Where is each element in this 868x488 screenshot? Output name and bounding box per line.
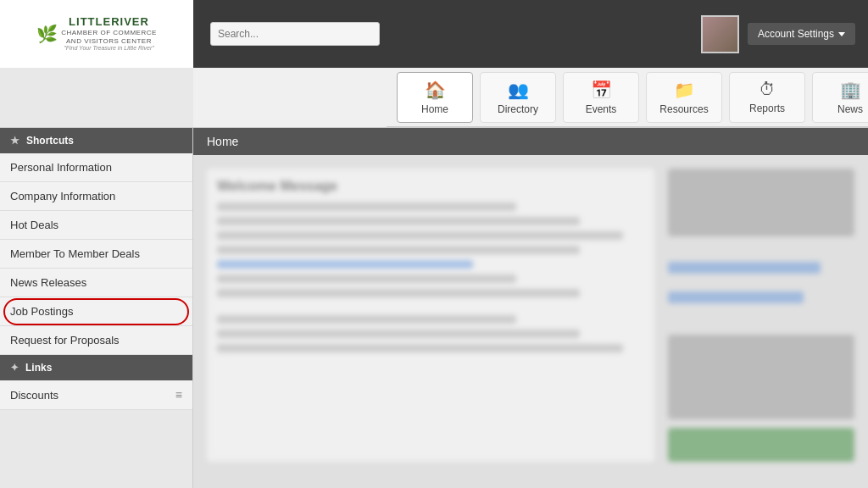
sidebar-section-shortcuts: ★Shortcuts: [0, 128, 192, 153]
para-break: [217, 303, 644, 315]
tab-directory[interactable]: 👥Directory: [480, 72, 556, 123]
text-line-5: [217, 274, 516, 283]
home-icon: 🏠: [425, 80, 446, 100]
link-line-1: [217, 260, 473, 269]
sidebar-item-company-info-label: Company Information: [10, 190, 115, 202]
text-line-4: [217, 246, 580, 254]
sidebar-item-hot-deals[interactable]: Hot Deals: [0, 211, 192, 240]
directory-icon: 👥: [508, 80, 529, 100]
avatar-image: [703, 17, 737, 52]
reports-icon: ⏱: [759, 80, 776, 99]
avatar: [701, 15, 739, 53]
links-section-icon: ✦: [10, 362, 19, 374]
sidebar-section-links: ✦Links: [0, 355, 192, 380]
header: 🌿 LittleRiver Chamber of Commerce and Vi…: [0, 0, 868, 68]
sidebar-item-company-info[interactable]: Company Information: [0, 182, 192, 211]
welcome-section: Welcome Message: [207, 169, 654, 462]
logo-area: 🌿 LittleRiver Chamber of Commerce and Vi…: [0, 0, 193, 68]
sidebar-item-discounts[interactable]: Discounts≡: [0, 380, 192, 410]
tab-resources-label: Resources: [659, 103, 708, 115]
tab-news[interactable]: 🏢News: [812, 72, 868, 123]
sidebar-item-personal-info[interactable]: Personal Information: [0, 153, 192, 182]
sidebar-item-request-proposals-label: Request for Proposals: [10, 334, 120, 347]
sidebar-item-request-proposals[interactable]: Request for Proposals: [0, 326, 192, 355]
main-layout: const sidebarData = JSON.parse(document.…: [0, 128, 868, 488]
account-settings-button[interactable]: Account Settings: [748, 23, 855, 45]
sidebar-item-discounts-label: Discounts: [10, 389, 58, 402]
sidebar-item-hot-deals-label: Hot Deals: [10, 219, 58, 231]
search-area: [193, 22, 701, 46]
right-link-2: [668, 291, 804, 303]
text-line-2: [217, 217, 580, 225]
text-line-7: [217, 315, 516, 324]
tab-resources[interactable]: 📁Resources: [646, 72, 722, 123]
text-line-3: [217, 231, 623, 240]
right-green-block: [668, 428, 854, 462]
events-icon: 📅: [591, 80, 612, 100]
content-header: Home: [193, 128, 868, 155]
tab-directory-label: Directory: [498, 103, 538, 115]
logo-tagline: "Find Your Treasure in Little River": [61, 45, 157, 52]
sidebar-item-member-deals-label: Member To Member Deals: [10, 247, 140, 260]
search-input[interactable]: [210, 22, 380, 46]
tab-news-label: News: [837, 103, 863, 115]
tab-home-label: Home: [421, 103, 448, 115]
account-settings-label: Account Settings: [758, 28, 834, 40]
shortcuts-section-icon: ★: [10, 135, 19, 147]
right-link-1: [668, 262, 821, 274]
sidebar-item-news-releases[interactable]: News Releases: [0, 269, 192, 297]
right-block-1: [668, 169, 854, 236]
tab-reports-label: Reports: [749, 103, 785, 114]
logo-subtitle2: and Visitors Center: [61, 37, 157, 46]
sidebar: const sidebarData = JSON.parse(document.…: [0, 128, 193, 488]
sidebar-item-job-postings-label: Job Postings: [10, 305, 73, 318]
right-section: [668, 169, 854, 462]
welcome-title: Welcome Message: [217, 179, 644, 194]
tab-reports[interactable]: ⏱Reports: [729, 72, 805, 123]
logo: 🌿 LittleRiver Chamber of Commerce and Vi…: [36, 15, 157, 52]
sidebar-item-member-deals[interactable]: Member To Member Deals: [0, 240, 192, 269]
sidebar-item-news-releases-label: News Releases: [10, 276, 86, 289]
sidebar-item-job-postings[interactable]: Job Postings: [0, 297, 192, 326]
tab-events[interactable]: 📅Events: [563, 72, 639, 123]
text-line-9: [217, 344, 623, 352]
logo-subtitle: Chamber of Commerce: [61, 29, 157, 37]
scroll-icon: ≡: [175, 388, 182, 402]
links-section-label: Links: [25, 362, 52, 374]
dropdown-arrow-icon: [838, 32, 845, 36]
nav-pointer-arrow: [225, 128, 242, 138]
text-line-6: [217, 289, 580, 297]
shortcuts-section-label: Shortcuts: [26, 135, 74, 147]
content-body: Welcome Message: [193, 155, 868, 475]
text-line-1: [217, 202, 516, 211]
tab-home[interactable]: 🏠Home: [397, 72, 473, 123]
logo-title: LittleRiver: [61, 15, 157, 29]
account-settings-area: Account Settings: [701, 15, 868, 53]
right-block-2: [668, 335, 854, 419]
content-area: Home Welcome Message: [193, 128, 868, 488]
text-line-8: [217, 330, 580, 338]
resources-icon: 📁: [674, 80, 695, 100]
sidebar-item-personal-info-label: Personal Information: [10, 161, 112, 174]
nav-tabs: // Render nav tabs const navData = JSON.…: [387, 68, 868, 127]
news-icon: 🏢: [840, 80, 861, 100]
tab-events-label: Events: [586, 103, 617, 115]
